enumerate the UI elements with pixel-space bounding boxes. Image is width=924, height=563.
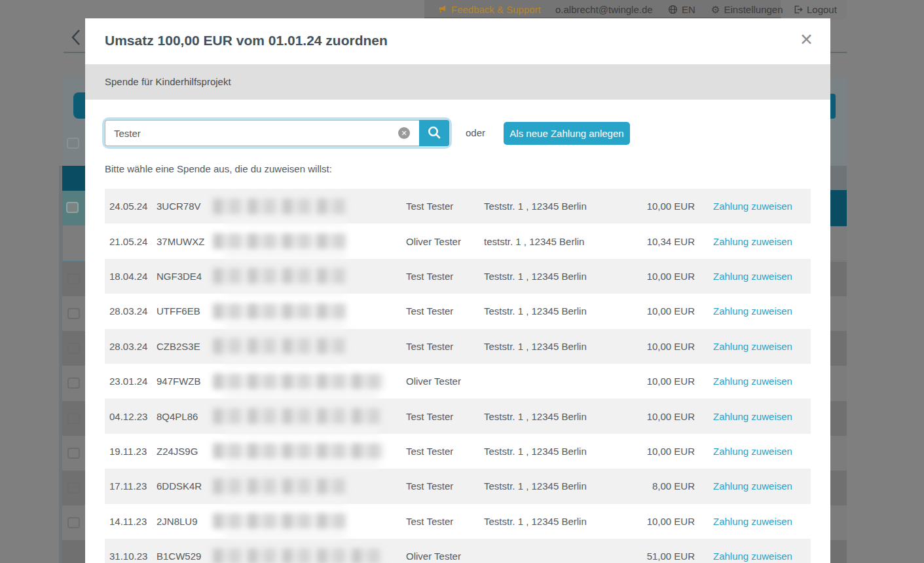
bg-row (62, 505, 85, 540)
bg-row (830, 471, 847, 505)
donation-amount: 10,00 EUR (618, 516, 695, 527)
feedback-support-link[interactable]: Feedback & Support (437, 0, 541, 18)
donation-date: 24.05.24 (105, 201, 157, 212)
logout-menu-item[interactable]: Logout (794, 0, 837, 18)
row-action-link[interactable]: Zahlung zuweisen (713, 411, 792, 422)
close-icon[interactable]: ✕ (800, 31, 813, 48)
chevron-left-icon (70, 29, 82, 49)
bg-table-header-fragment (62, 166, 85, 191)
email-redacted-tail (225, 216, 346, 225)
donor-name: Test Tester (406, 341, 484, 352)
email-redacted (213, 338, 347, 354)
row-action-link[interactable]: Zahlung zuweisen (713, 516, 792, 527)
donation-email (213, 549, 406, 563)
donor-name: Test Tester (406, 411, 484, 422)
email-redacted-tail (225, 286, 346, 294)
bg-checkbox (66, 202, 79, 213)
email-redacted (213, 478, 347, 494)
row-action-link[interactable]: Zahlung zuweisen (713, 305, 792, 317)
email-redacted-tail (225, 496, 346, 505)
language-switch[interactable]: EN (668, 0, 695, 18)
email-redacted-tail (225, 461, 379, 469)
row-action-link[interactable]: Zahlung zuweisen (713, 236, 792, 247)
bg-row (830, 401, 847, 436)
modal-header: Umsatz 100,00 EUR vom 01.01.24 zuordnen … (85, 18, 830, 64)
email-redacted (213, 513, 347, 529)
logout-label: Logout (807, 1, 837, 18)
donor-address: Teststr. 1 , 12345 Berlin (484, 201, 618, 212)
row-action-link[interactable]: Zahlung zuweisen (713, 551, 792, 562)
row-action-link[interactable]: Zahlung zuweisen (713, 341, 792, 352)
row-action-link[interactable]: Zahlung zuweisen (713, 201, 792, 212)
bg-row (62, 401, 85, 436)
donation-email (213, 478, 406, 494)
bg-row (830, 540, 847, 563)
donation-code: 947FWZB (157, 376, 213, 387)
donation-code: 8Q4PL86 (157, 411, 213, 422)
top-utility-bar: Feedback & Support o.albrecht@twingle.de… (0, 0, 924, 18)
bg-row (830, 262, 847, 296)
donation-date: 21.05.24 (105, 236, 157, 247)
create-new-payment-button[interactable]: Als neue Zahlung anlegen (504, 122, 630, 145)
donation-date: 28.03.24 (105, 305, 157, 317)
donation-row: 28.03.24 UTFF6EB Test Tester Teststr. 1 … (105, 294, 811, 328)
donation-amount: 10,00 EUR (618, 446, 695, 457)
donation-date: 04.12.23 (105, 411, 157, 422)
email-redacted (213, 443, 384, 459)
globe-icon (668, 5, 678, 14)
donation-email (213, 443, 406, 459)
settings-menu-item[interactable]: ⚙ Einstellungen (711, 0, 783, 18)
account-email[interactable]: o.albrecht@twingle.de (555, 0, 653, 18)
row-action-link[interactable]: Zahlung zuweisen (713, 376, 792, 387)
screen: Feedback & Support o.albrecht@twingle.de… (0, 0, 924, 563)
donor-name: Test Tester (406, 480, 484, 492)
account-email-label: o.albrecht@twingle.de (555, 1, 653, 18)
megaphone-icon (437, 5, 447, 14)
donor-name: Test Tester (406, 201, 484, 212)
bg-row (830, 366, 847, 401)
donation-search-input[interactable] (105, 120, 419, 146)
email-redacted (213, 199, 347, 214)
donation-email (213, 303, 406, 319)
donation-row: 21.05.24 37MUWXZ Oliver Tester teststr. … (105, 223, 811, 258)
bg-checkbox (67, 138, 79, 149)
donor-address: teststr. 1 , 12345 Berlin (484, 236, 618, 247)
bg-row (62, 540, 85, 563)
email-redacted-tail (225, 531, 346, 539)
email-redacted (213, 303, 347, 319)
bg-row (62, 366, 85, 401)
feedback-support-label: Feedback & Support (451, 1, 541, 18)
donation-code: UTFF6EB (157, 305, 213, 317)
bg-panel (62, 77, 85, 166)
gear-icon: ⚙ (711, 5, 720, 14)
email-redacted (213, 408, 384, 424)
search-button[interactable] (419, 120, 449, 146)
donor-address: Teststr. 1 , 12345 Berlin (484, 411, 618, 422)
donation-amount: 10,00 EUR (618, 201, 695, 212)
donor-name: Test Tester (406, 271, 484, 282)
email-redacted (213, 549, 384, 563)
donation-date: 31.10.23 (105, 551, 157, 562)
donation-date: 28.03.24 (105, 341, 157, 352)
bg-row (62, 331, 85, 366)
donation-row: 17.11.23 6DDSK4R Test Tester Teststr. 1 … (105, 469, 811, 503)
donation-row: 19.11.23 Z24JS9G Test Tester Teststr. 1 … (105, 434, 811, 469)
donation-row: 28.03.24 CZB2S3E Test Tester Teststr. 1 … (105, 329, 811, 364)
or-label: oder (466, 120, 485, 146)
language-label: EN (682, 1, 695, 18)
donor-name: Test Tester (406, 516, 484, 527)
row-action-link[interactable]: Zahlung zuweisen (713, 480, 792, 492)
donation-code: 6DDSK4R (157, 480, 213, 492)
instruction-text: Bitte wähle eine Spende aus, die du zuwe… (105, 163, 332, 174)
row-action-link[interactable]: Zahlung zuweisen (713, 271, 792, 282)
row-action-link[interactable]: Zahlung zuweisen (713, 446, 792, 457)
donor-address: Teststr. 1 , 12345 Berlin (484, 341, 618, 352)
donation-amount: 10,00 EUR (618, 411, 695, 422)
donation-code: Z24JS9G (157, 446, 213, 457)
donation-list: 24.05.24 3UCR78V Test Tester Teststr. 1 … (105, 189, 811, 563)
bg-teal-button-fragment (830, 94, 836, 119)
donor-address: Teststr. 1 , 12345 Berlin (484, 446, 618, 457)
email-redacted-tail (225, 356, 346, 364)
clear-search-icon[interactable]: ✕ (398, 127, 410, 139)
donation-amount: 8,00 EUR (618, 480, 695, 492)
